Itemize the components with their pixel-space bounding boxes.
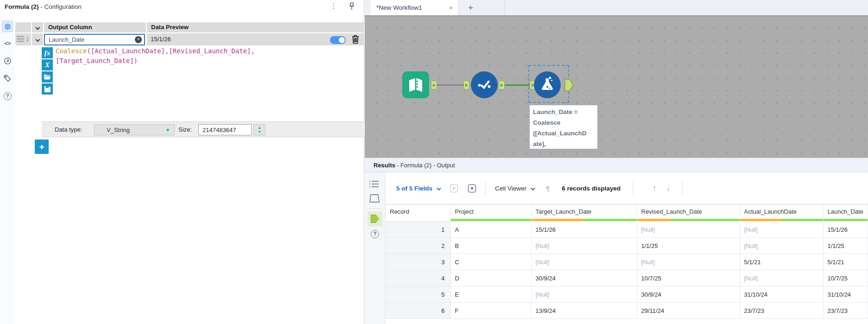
input-anchor[interactable] bbox=[463, 81, 469, 89]
settings-gear-icon[interactable] bbox=[1, 20, 13, 32]
data-cell: [Null] bbox=[531, 238, 637, 254]
select-tool[interactable] bbox=[471, 71, 498, 98]
stepper-up-icon[interactable]: ▲ bbox=[258, 126, 261, 130]
results-panel: Results - Formula (2) - Output ? bbox=[365, 158, 868, 324]
new-tab-zone: + bbox=[459, 0, 505, 15]
data-cell: 13/9/24 bbox=[531, 303, 637, 319]
data-cell: 31/10/24 bbox=[740, 286, 823, 303]
tag-icon[interactable] bbox=[1, 72, 13, 84]
table-header-row: Record Project Target_Launch_Date Revise… bbox=[386, 204, 868, 222]
output-anchor[interactable] bbox=[499, 81, 505, 89]
data-preview-header: Data Preview bbox=[147, 22, 364, 32]
size-label: Size: bbox=[178, 126, 192, 133]
data-preview-value: 15/1/26 bbox=[147, 33, 328, 45]
add-expression-button[interactable]: + bbox=[35, 140, 49, 154]
column-header[interactable]: Actual_LaunchDate bbox=[740, 204, 823, 222]
workspace-pane: *New Workflow1 × + bbox=[365, 0, 868, 324]
alteryx-designer-window: Formula (2) - Configuration ⋮ <> ? Outpu… bbox=[0, 0, 868, 324]
workflow-tab[interactable]: *New Workflow1 × bbox=[371, 0, 459, 15]
pin-icon[interactable] bbox=[348, 2, 358, 12]
quality-ok-segment bbox=[781, 219, 823, 221]
connection-wire[interactable] bbox=[505, 84, 530, 86]
data-cell: D bbox=[450, 270, 531, 286]
data-cell: [Null] bbox=[531, 254, 637, 270]
data-cell: 30/9/24 bbox=[531, 270, 637, 286]
help-icon[interactable]: ? bbox=[1, 90, 13, 102]
results-toolbar: 5 of 5 Fields ✓ × Cell Viewer ¶ 6 record… bbox=[386, 172, 868, 204]
column-header[interactable]: Launch_Date bbox=[823, 204, 868, 222]
configuration-titlebar: Formula (2) - Configuration ⋮ bbox=[0, 0, 364, 14]
down-arrow-icon[interactable]: ↓ bbox=[666, 184, 670, 192]
toolbar-divider bbox=[485, 181, 486, 195]
data-cell: 5/1/21 bbox=[823, 254, 868, 270]
record-cell: 6 bbox=[386, 303, 450, 319]
more-options-icon[interactable]: ⋮ bbox=[329, 2, 338, 12]
data-cell: 30/9/24 bbox=[637, 286, 740, 303]
data-cell: F bbox=[450, 303, 531, 319]
column-header[interactable]: Revised_Launch_Date bbox=[637, 204, 740, 222]
data-type-select[interactable]: V_String ▼ bbox=[94, 124, 175, 135]
record-cell: 2 bbox=[386, 238, 450, 254]
code-icon[interactable]: <> bbox=[1, 37, 13, 49]
formula-line-2: [Target_Launch_Date]) bbox=[56, 56, 352, 66]
tab-close-icon[interactable]: × bbox=[449, 4, 453, 12]
data-cell: [Null] bbox=[740, 238, 823, 254]
tool-annotation[interactable]: Launch_Date = Coalesce ([Actual_LaunchD … bbox=[529, 105, 598, 149]
column-header[interactable]: Record bbox=[386, 204, 450, 222]
open-in-new-icon[interactable] bbox=[1, 55, 13, 67]
variables-icon[interactable]: X bbox=[42, 59, 53, 70]
quality-null-segment bbox=[740, 219, 782, 221]
column-header[interactable]: Project bbox=[450, 204, 531, 222]
results-table: Record Project Target_Launch_Date Revise… bbox=[386, 204, 868, 319]
up-arrow-icon[interactable]: ↑ bbox=[653, 184, 656, 192]
fields-dropdown[interactable]: 5 of 5 Fields bbox=[396, 185, 440, 192]
data-cell: A bbox=[450, 222, 531, 238]
results-help-icon[interactable]: ? bbox=[371, 230, 379, 238]
new-tab-button[interactable]: + bbox=[468, 3, 473, 12]
strip-divider bbox=[367, 209, 383, 209]
dropdown-arrow-icon: ▼ bbox=[165, 127, 170, 133]
input-data-tool[interactable] bbox=[402, 71, 429, 98]
metadata-view-icon[interactable] bbox=[369, 194, 380, 203]
list-view-icon[interactable] bbox=[369, 180, 379, 188]
formula-expression[interactable]: Coalesce([Actual_LaunchDate],[Revised_La… bbox=[56, 46, 352, 66]
row-expand-chevron[interactable] bbox=[32, 33, 43, 45]
data-cell: 5/1/21 bbox=[740, 254, 823, 270]
cell-viewer-dropdown[interactable]: Cell Viewer bbox=[495, 185, 534, 192]
size-input[interactable] bbox=[198, 124, 252, 135]
data-cell: 15/1/26 bbox=[823, 222, 868, 238]
column-header[interactable]: Target_Launch_Date bbox=[531, 204, 637, 222]
output-anchor[interactable] bbox=[431, 81, 437, 89]
output-connection-tab[interactable] bbox=[367, 211, 382, 226]
output-column-field-wrap: × bbox=[44, 34, 145, 45]
annotation-line: Launch_Date = bbox=[533, 107, 594, 117]
results-side-strip: ? bbox=[365, 172, 386, 324]
clear-icon[interactable]: × bbox=[135, 36, 142, 43]
data-cell: [Null] bbox=[740, 222, 823, 238]
delete-row-button[interactable] bbox=[351, 34, 361, 45]
deselect-fields-icon[interactable]: × bbox=[468, 184, 476, 192]
row-number: 1 bbox=[26, 36, 29, 43]
row-enabled-toggle[interactable] bbox=[330, 36, 346, 44]
output-column-input[interactable] bbox=[45, 36, 135, 43]
select-fields-icon[interactable]: ✓ bbox=[450, 184, 458, 192]
save-icon[interactable] bbox=[42, 83, 53, 95]
connection-wire[interactable] bbox=[437, 84, 463, 86]
functions-icon[interactable]: fx bbox=[42, 47, 53, 58]
formula-tool[interactable] bbox=[534, 71, 561, 98]
row-drag-handle[interactable]: 1 bbox=[15, 33, 31, 45]
column-header-chevron[interactable] bbox=[32, 22, 43, 32]
annotation-line: ([Actual_LaunchD bbox=[533, 128, 594, 139]
data-cell: 23/7/23 bbox=[740, 303, 823, 319]
size-stepper[interactable]: ▲ ▼ bbox=[253, 124, 266, 135]
pilcrow-icon[interactable]: ¶ bbox=[546, 184, 550, 192]
chevron-down-icon bbox=[531, 186, 535, 191]
quality-ok-segment bbox=[584, 219, 637, 221]
output-anchor[interactable] bbox=[564, 79, 574, 91]
workflow-canvas[interactable]: Launch_Date = Coalesce ([Actual_LaunchD … bbox=[365, 15, 868, 158]
checkmark-icon bbox=[475, 76, 493, 94]
data-cell: 31/10/24 bbox=[823, 286, 868, 303]
data-cell: [Null] bbox=[637, 222, 740, 238]
folder-icon[interactable] bbox=[42, 71, 53, 83]
stepper-down-icon[interactable]: ▼ bbox=[258, 130, 261, 134]
